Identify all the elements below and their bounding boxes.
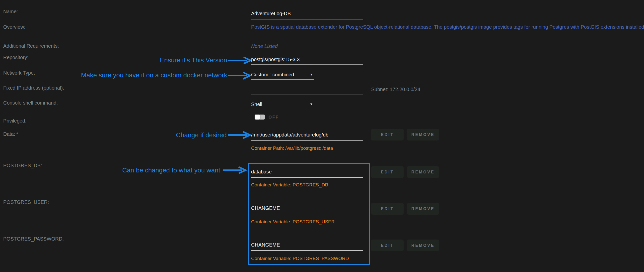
postgres-db-annotation: Can be changed to what you want <box>96 167 220 174</box>
data-annotation-arrow-icon <box>227 131 252 139</box>
postgres-db-variable-note: Container Variable: POSTGRES_DB <box>251 182 328 188</box>
postgres-db-remove-button[interactable]: REMOVE <box>407 166 439 178</box>
network-type-selected-value: Custom : combined <box>251 72 294 77</box>
name-input-underline <box>251 19 363 20</box>
fixed-ip-label: Fixed IP address (optional): <box>3 85 64 91</box>
postgres-user-underline <box>251 214 363 214</box>
repository-input[interactable]: postgis/postgis:15-3.3 <box>251 56 300 62</box>
repository-input-underline <box>251 64 363 65</box>
dropdown-arrow-icon: ▼ <box>310 102 313 106</box>
postgres-user-label: POSTGRES_USER: <box>3 199 49 205</box>
data-edit-button[interactable]: EDIT <box>371 129 404 141</box>
privileged-toggle[interactable] <box>254 114 265 119</box>
console-shell-select[interactable]: Shell ▼ <box>251 101 314 107</box>
network-type-underline <box>251 79 314 80</box>
postgres-db-underline <box>251 177 363 178</box>
postgres-db-input[interactable]: database <box>251 169 272 175</box>
fixed-ip-input-underline <box>251 95 363 95</box>
network-annotation-arrow-icon <box>227 72 252 80</box>
data-remove-button[interactable]: REMOVE <box>407 129 439 141</box>
name-label: Name: <box>3 9 18 15</box>
overview-label: Overview: <box>3 24 26 30</box>
network-type-label: Network Type: <box>3 70 35 76</box>
postgres-user-remove-button[interactable]: REMOVE <box>407 203 439 215</box>
postgres-password-remove-button[interactable]: REMOVE <box>407 239 439 251</box>
postgres-password-label: POSTGRES_PASSWORD: <box>3 236 64 242</box>
postgres-password-variable-note: Container Variable: POSTGRES_PASSWORD <box>251 255 349 261</box>
privileged-toggle-state: OFF <box>268 115 279 119</box>
data-container-path-note: Container Path: /var/lib/postgresql/data <box>251 145 333 151</box>
postgres-password-underline <box>251 250 363 251</box>
network-annotation: Make sure you have it on a custom docker… <box>53 71 227 79</box>
postgres-user-input[interactable]: CHANGEME <box>251 205 280 211</box>
postgres-password-edit-button[interactable]: EDIT <box>371 239 404 251</box>
required-asterisk: * <box>16 131 18 137</box>
console-shell-underline <box>251 110 314 110</box>
subnet-note: Subnet: 172.20.0.0/24 <box>371 86 420 92</box>
additional-requirements-label: Additional Requirements: <box>3 43 59 49</box>
data-path-underline <box>251 140 363 141</box>
data-annotation: Change if desired <box>115 131 227 139</box>
postgres-user-variable-note: Container Variable: POSTGRES_USER <box>251 219 334 225</box>
console-shell-selected-value: Shell <box>251 102 262 107</box>
docker-container-template-page: Name: AdventureLog-DB Overview: PostGIS … <box>0 0 644 272</box>
additional-requirements-value: None Listed <box>251 43 278 49</box>
data-label-text: Data: <box>3 131 15 137</box>
postgres-db-label: POSTGRES_DB: <box>3 163 42 169</box>
overview-text: PostGIS is a spatial database extender f… <box>251 24 644 30</box>
toggle-knob <box>254 114 260 119</box>
data-label: Data:* <box>3 131 18 137</box>
name-input[interactable]: AdventureLog-DB <box>251 11 291 17</box>
postgres-db-annotation-arrow-icon <box>223 166 248 174</box>
postgres-user-edit-button[interactable]: EDIT <box>371 203 404 215</box>
privileged-label: Privileged: <box>3 118 26 124</box>
postgres-password-input[interactable]: CHANGEME <box>251 242 280 248</box>
repository-annotation: Ensure it's This Version <box>115 56 227 64</box>
console-shell-label: Console shell command: <box>3 100 58 106</box>
data-path-input[interactable]: /mnt/user/appdata/adventurelog/db <box>251 132 328 138</box>
dropdown-arrow-icon: ▼ <box>310 73 313 76</box>
repository-annotation-arrow-icon <box>228 56 252 64</box>
postgres-db-edit-button[interactable]: EDIT <box>371 166 404 178</box>
network-type-select[interactable]: Custom : combined ▼ <box>251 72 314 78</box>
repository-label: Repository: <box>3 54 28 60</box>
